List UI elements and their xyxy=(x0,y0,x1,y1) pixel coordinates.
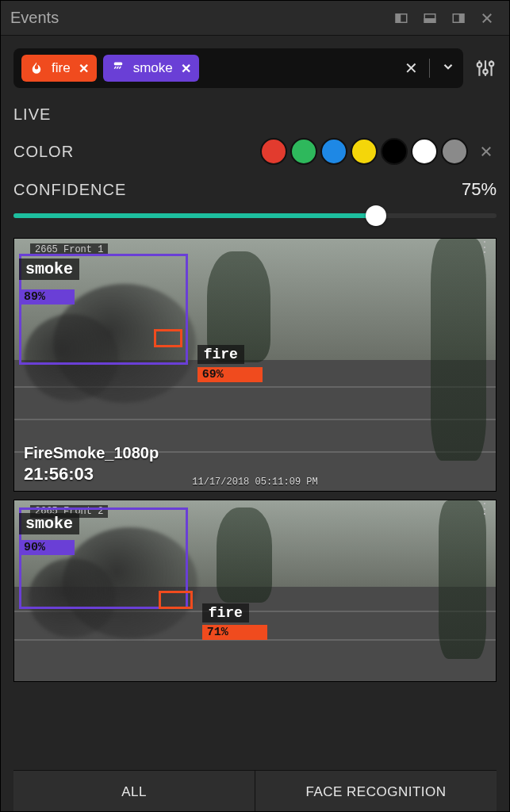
confidence-value: 75% xyxy=(462,179,497,200)
feed-card[interactable]: 2665 Front 1 ⋮ smoke 89% fire 69% FireSm… xyxy=(13,238,497,492)
close-icon[interactable] xyxy=(474,7,500,29)
detection-confidence-smoke: 89% xyxy=(19,289,75,304)
clear-tags-icon[interactable]: ✕ xyxy=(405,59,418,78)
color-swatch-yellow[interactable] xyxy=(351,138,378,165)
settings-icon[interactable] xyxy=(474,57,497,79)
smoke-icon xyxy=(111,61,125,75)
tag-remove-icon[interactable]: ✕ xyxy=(181,61,191,76)
detection-confidence-smoke: 90% xyxy=(19,540,75,555)
window-controls xyxy=(389,7,500,29)
confidence-label: CONFIDENCE xyxy=(13,181,126,199)
tag-fire[interactable]: fire ✕ xyxy=(21,55,97,82)
color-swatch-gray[interactable] xyxy=(441,138,468,165)
live-label: LIVE xyxy=(13,105,51,124)
svg-rect-1 xyxy=(396,13,400,22)
color-swatch-red[interactable] xyxy=(260,138,287,165)
color-swatch-white[interactable] xyxy=(411,138,438,165)
flame-icon xyxy=(29,61,44,75)
bottom-tabs: ALL FACE RECOGNITION xyxy=(13,770,497,812)
panel-title: Events xyxy=(10,9,59,27)
color-row: COLOR xyxy=(13,138,497,165)
svg-rect-3 xyxy=(424,18,435,22)
dock-bottom-icon[interactable] xyxy=(417,7,443,29)
svg-point-14 xyxy=(489,62,493,66)
detection-confidence-fire: 69% xyxy=(197,367,263,382)
svg-point-12 xyxy=(483,70,487,74)
color-swatches xyxy=(260,138,497,165)
svg-rect-8 xyxy=(114,63,121,64)
detection-label-fire: fire xyxy=(202,603,249,622)
tag-remove-icon[interactable]: ✕ xyxy=(79,61,89,76)
chevron-down-icon[interactable] xyxy=(441,59,455,77)
tab-face-recognition[interactable]: FACE RECOGNITION xyxy=(255,771,497,812)
confidence-slider[interactable] xyxy=(13,205,497,227)
feed-menu-icon[interactable]: ⋮ xyxy=(477,243,491,251)
color-label: COLOR xyxy=(13,143,74,161)
detection-box-fire xyxy=(159,591,192,609)
live-row: LIVE xyxy=(13,105,497,124)
tag-label: fire xyxy=(52,60,71,76)
tag-label: smoke xyxy=(133,60,173,76)
feed-time: 21:56:03 xyxy=(24,464,94,485)
feed-name: FireSmoke_1080p xyxy=(24,444,159,462)
dock-right-icon[interactable] xyxy=(446,7,471,29)
svg-rect-5 xyxy=(460,13,464,22)
tag-input[interactable]: fire ✕ smoke ✕ ✕ xyxy=(13,48,463,88)
controls-panel: LIVE COLOR CONFIDENCE 75% xyxy=(13,105,497,227)
confidence-row: CONFIDENCE 75% xyxy=(13,179,497,227)
color-swatch-blue[interactable] xyxy=(320,138,347,165)
detection-label-fire: fire xyxy=(197,345,244,364)
feeds-list: 2665 Front 1 ⋮ smoke 89% fire 69% FireSm… xyxy=(13,238,497,762)
feed-menu-icon[interactable]: ⋮ xyxy=(477,505,491,512)
color-swatch-green[interactable] xyxy=(290,138,317,165)
feed-card[interactable]: 2665 Front 2 ⋮ smoke 90% fire 71% xyxy=(13,500,497,682)
timestamp-overlay: 11/17/2018 05:11:09 PM xyxy=(192,477,317,488)
color-clear-icon[interactable] xyxy=(476,141,497,162)
svg-point-10 xyxy=(477,63,481,67)
detection-label-smoke: smoke xyxy=(19,513,79,534)
color-swatch-black[interactable] xyxy=(381,138,408,165)
detection-confidence-fire: 71% xyxy=(202,625,267,640)
filter-row: fire ✕ smoke ✕ ✕ xyxy=(13,48,497,88)
detection-label-smoke: smoke xyxy=(19,259,79,280)
dock-left-icon[interactable] xyxy=(389,7,414,29)
titlebar: Events xyxy=(1,1,509,36)
tab-all[interactable]: ALL xyxy=(13,771,255,812)
separator xyxy=(429,59,430,78)
detection-box-fire xyxy=(154,329,182,347)
tag-smoke[interactable]: smoke ✕ xyxy=(103,55,199,82)
